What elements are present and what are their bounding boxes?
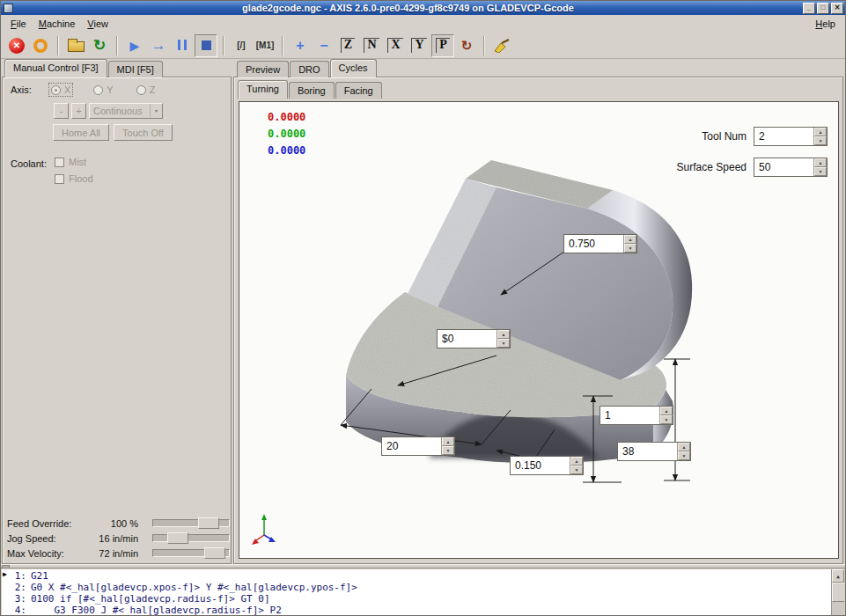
view-x-button[interactable]: X <box>384 34 407 57</box>
splitter-grip[interactable] <box>2 565 10 568</box>
spin-up-button[interactable]: ▲ <box>678 443 690 451</box>
spin-up-button[interactable]: ▲ <box>624 235 636 244</box>
optional-stop-button[interactable]: [M1] <box>254 34 276 57</box>
surface-speed-spinbox[interactable]: 50 ▲▼ <box>754 158 828 177</box>
scroll-up-button[interactable]: ▲ <box>832 569 844 583</box>
cycle-spinbox-length[interactable]: 20 ▲▼ <box>381 436 455 456</box>
gcode-line[interactable]: 2:G0 X #<_hal[gladevcp.xpos-f]> Y #<_hal… <box>2 582 844 593</box>
pause-button[interactable] <box>171 34 194 57</box>
spin-down-button[interactable]: ▼ <box>442 446 454 455</box>
spin-value[interactable]: 38 <box>618 443 677 460</box>
left-tab-strip: Manual Control [F3] MDI [F5] <box>4 59 164 77</box>
tab-boring[interactable]: Boring <box>289 82 335 99</box>
maximize-button[interactable]: □ <box>817 3 829 14</box>
reload-button[interactable]: ↻ <box>88 34 111 57</box>
scrollbar-thumb[interactable] <box>832 583 844 602</box>
tab-turning[interactable]: Turning <box>238 80 288 99</box>
max-velocity-label: Max Velocity: <box>7 548 64 559</box>
cycle-spinbox-angle[interactable]: $0 ▲▼ <box>437 329 511 348</box>
gcode-line[interactable]: 3:0100 if [#<_hal[gladevcp.radius-f]> GT… <box>2 593 844 605</box>
spin-value[interactable]: 1 <box>600 407 659 424</box>
slider-handle[interactable] <box>204 547 225 559</box>
tab-preview[interactable]: Preview <box>237 61 289 77</box>
stop-button[interactable] <box>195 34 217 57</box>
zoom-out-button[interactable]: − <box>313 34 335 57</box>
jog-speed-slider[interactable] <box>152 532 230 545</box>
cycle-spinbox-feed[interactable]: 0.150 ▲▼ <box>510 456 584 475</box>
cycle-spinbox-depth[interactable]: 0.750 ▲▼ <box>563 234 637 253</box>
menu-machine[interactable]: Machine <box>33 16 82 32</box>
spin-value[interactable]: 0.750 <box>564 235 623 253</box>
spin-value[interactable]: 0.150 <box>511 457 570 474</box>
menu-view[interactable]: View <box>81 16 114 32</box>
step-button[interactable]: → <box>147 34 170 57</box>
spin-down-button[interactable]: ▼ <box>624 244 636 253</box>
active-line-marker-icon: ▶ <box>3 571 7 578</box>
tab-manual-control[interactable]: Manual Control [F3] <box>4 59 107 77</box>
slider-handle[interactable] <box>198 517 219 529</box>
view-y-button[interactable]: Y <box>408 34 430 57</box>
horizontal-splitter[interactable] <box>1 564 845 568</box>
axis-y-radio[interactable]: Y <box>92 84 114 96</box>
touch-off-button[interactable]: Touch Off <box>114 124 173 141</box>
estop-button[interactable]: ✕ <box>5 34 28 57</box>
cycle-spinbox-stepover[interactable]: 1 ▲▼ <box>600 406 673 425</box>
home-all-button[interactable]: Home All <box>53 124 109 141</box>
spin-up-button[interactable]: ▲ <box>497 330 510 339</box>
spin-up-button[interactable]: ▲ <box>442 437 454 446</box>
view-z-button[interactable]: Z <box>336 34 359 57</box>
rotate-view-button[interactable]: ↻ <box>455 34 478 57</box>
toolbar-separator <box>57 36 59 55</box>
run-button[interactable]: ▶ <box>123 34 146 57</box>
spin-down-button[interactable]: ▼ <box>678 451 690 460</box>
slider-trough[interactable] <box>152 534 230 542</box>
clear-plot-button[interactable] <box>490 34 513 57</box>
axis-x-radio[interactable]: X <box>49 84 72 96</box>
spin-value[interactable]: 2 <box>754 128 813 145</box>
feed-override-slider[interactable] <box>152 517 230 530</box>
zoom-in-button[interactable]: + <box>289 34 312 57</box>
spin-down-button[interactable]: ▼ <box>497 339 510 348</box>
close-button[interactable]: ✕ <box>831 3 843 14</box>
spin-value[interactable]: 20 <box>382 437 441 455</box>
max-velocity-slider[interactable] <box>152 546 230 560</box>
gcode-scrollbar[interactable]: ▲ <box>831 569 844 615</box>
tab-mdi[interactable]: MDI [F5] <box>108 61 163 77</box>
spin-down-button[interactable]: ▼ <box>814 167 827 176</box>
spin-value[interactable]: $0 <box>438 330 497 348</box>
spin-up-button[interactable]: ▲ <box>814 158 827 167</box>
menu-file[interactable]: File <box>4 16 33 32</box>
view-y-icon: Y <box>411 38 426 53</box>
gcode-line[interactable]: 4: G3 F300 J #<_hal[gladevcp.radius-f]> … <box>2 605 844 615</box>
machine-power-button[interactable] <box>29 34 52 57</box>
slider-handle[interactable] <box>167 532 188 544</box>
view-z-rotated-button[interactable]: N <box>360 34 383 57</box>
view-perspective-button[interactable]: P <box>431 34 454 57</box>
axis-z-radio[interactable]: Z <box>135 84 158 96</box>
gcode-line[interactable]: 1:G21 <box>2 570 844 582</box>
spin-down-button[interactable]: ▼ <box>660 415 673 424</box>
minimize-button[interactable]: _ <box>803 3 815 14</box>
open-file-button[interactable] <box>64 34 87 57</box>
tab-facing[interactable]: Facing <box>335 82 382 99</box>
tool-num-spinbox[interactable]: 2 ▲▼ <box>754 127 828 146</box>
spin-up-button[interactable]: ▲ <box>814 128 827 136</box>
menu-help[interactable]: Help <box>809 16 842 32</box>
spin-down-button[interactable]: ▼ <box>814 136 827 145</box>
jog-minus-button[interactable]: - <box>54 103 69 119</box>
run-icon: ▶ <box>130 40 140 52</box>
spin-up-button[interactable]: ▲ <box>660 407 673 415</box>
tab-cycles[interactable]: Cycles <box>330 59 377 77</box>
jog-plus-button[interactable]: + <box>71 103 86 119</box>
jog-mode-combobox[interactable]: Continuous ▼ <box>89 103 163 119</box>
spin-up-button[interactable]: ▲ <box>570 457 583 466</box>
spin-buttons: ▲▼ <box>659 407 673 424</box>
mist-checkbox[interactable]: Mist <box>55 157 93 167</box>
spin-down-button[interactable]: ▼ <box>570 466 583 474</box>
spin-value[interactable]: 50 <box>754 158 813 176</box>
tab-dro[interactable]: DRO <box>290 61 328 77</box>
block-delete-button[interactable]: [/] <box>230 34 253 57</box>
flood-checkbox[interactable]: Flood <box>55 173 93 184</box>
radio-icon <box>51 85 61 95</box>
cycle-spinbox-diameter[interactable]: 38 ▲▼ <box>617 442 691 461</box>
